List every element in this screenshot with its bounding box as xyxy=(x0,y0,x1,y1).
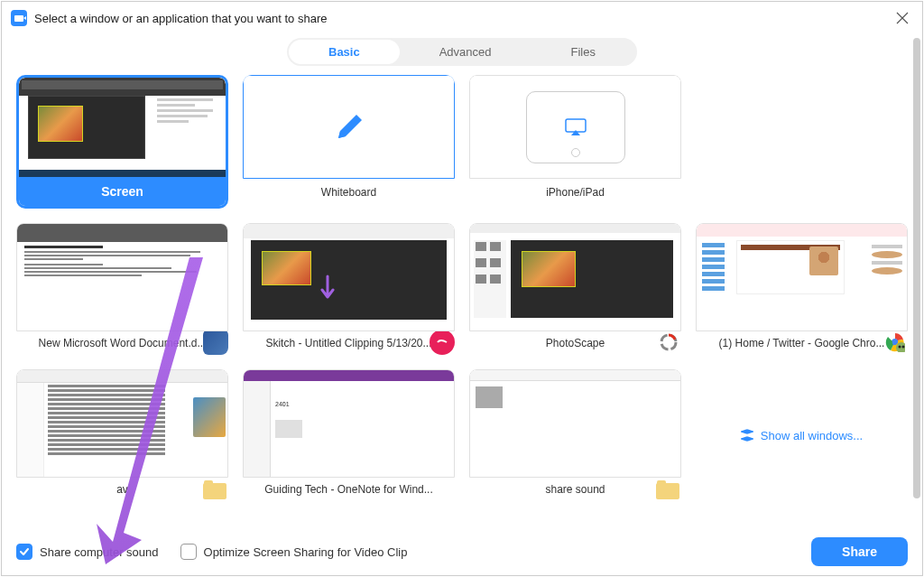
thumb-skitch xyxy=(243,223,455,331)
close-icon xyxy=(896,12,909,24)
thumb-explorer xyxy=(16,369,228,478)
chrome-app-icon xyxy=(882,331,908,355)
skitch-app-icon xyxy=(430,331,455,355)
share-sound-option[interactable]: Share computer sound xyxy=(16,544,159,560)
share-sound-checkbox[interactable] xyxy=(16,544,32,560)
share-option-word[interactable]: New Microsoft Word Document.d... xyxy=(16,223,228,355)
card-label: (1) Home / Twitter - Google Chro... xyxy=(696,331,908,355)
card-label: Screen xyxy=(19,177,226,206)
thumb-sharesound xyxy=(469,369,681,478)
word-app-icon xyxy=(203,331,228,355)
share-option-photoscape[interactable]: PhotoScape xyxy=(469,223,681,355)
share-option-whiteboard[interactable]: Whiteboard xyxy=(243,75,455,209)
card-label: share sound xyxy=(469,478,681,501)
optimize-video-option[interactable]: Optimize Screen Sharing for Video Clip xyxy=(180,544,408,560)
tab-basic[interactable]: Basic xyxy=(289,40,400,64)
tabs-row: Basic Advanced Files xyxy=(2,34,922,75)
card-label: av xyxy=(16,478,228,501)
expand-icon xyxy=(741,429,753,442)
thumb-screen xyxy=(19,78,226,177)
card-label: New Microsoft Word Document.d... xyxy=(16,331,228,355)
share-option-explorer[interactable]: av xyxy=(16,369,228,501)
share-option-skitch[interactable]: Skitch - Untitled Clipping 5/13/20... xyxy=(243,223,455,355)
card-label: iPhone/iPad xyxy=(469,179,681,206)
dialog-title: Select a window or an application that y… xyxy=(34,12,892,25)
thumb-word xyxy=(16,223,228,331)
card-label: Skitch - Untitled Clipping 5/13/20... xyxy=(243,331,455,355)
card-label: Whiteboard xyxy=(243,179,455,206)
tab-advanced[interactable]: Advanced xyxy=(400,40,531,64)
card-label: Guiding Tech - OneNote for Wind... xyxy=(243,478,455,501)
folder-icon xyxy=(203,483,226,501)
thumb-onenote: 2401 xyxy=(243,369,455,478)
scrollbar[interactable] xyxy=(913,38,920,535)
svg-point-5 xyxy=(899,346,901,349)
thumb-whiteboard xyxy=(243,75,455,179)
share-button[interactable]: Share xyxy=(811,537,908,566)
check-icon xyxy=(19,546,30,557)
share-option-sharesound-folder[interactable]: share sound xyxy=(469,369,681,501)
svg-rect-0 xyxy=(566,119,586,132)
close-button[interactable] xyxy=(892,7,913,29)
thumb-photoscape xyxy=(469,223,681,331)
optimize-video-label: Optimize Screen Sharing for Video Clip xyxy=(204,545,408,559)
scrollbar-thumb[interactable] xyxy=(913,38,920,498)
footer: Share computer sound Optimize Screen Sha… xyxy=(2,528,922,575)
svg-point-6 xyxy=(902,346,905,349)
airplay-icon xyxy=(564,117,587,137)
tab-files[interactable]: Files xyxy=(531,40,635,64)
share-option-screen[interactable]: Screen xyxy=(16,75,228,209)
share-grid-container: Screen Whiteboard xyxy=(2,75,922,528)
tabs: Basic Advanced Files xyxy=(287,38,637,66)
thumb-twitter xyxy=(696,223,908,331)
share-grid: Screen Whiteboard xyxy=(16,75,908,501)
card-label: PhotoScape xyxy=(469,331,681,355)
show-all-windows[interactable]: Show all windows... xyxy=(696,369,908,501)
show-all-label: Show all windows... xyxy=(761,429,863,442)
share-option-iphone-ipad[interactable]: iPhone/iPad xyxy=(469,75,681,209)
optimize-video-checkbox[interactable] xyxy=(180,544,197,560)
share-screen-dialog: Select a window or an application that y… xyxy=(1,1,923,576)
share-sound-label: Share computer sound xyxy=(40,545,159,559)
titlebar: Select a window or an application that y… xyxy=(2,2,922,34)
share-option-chrome-twitter[interactable]: (1) Home / Twitter - Google Chro... xyxy=(696,223,908,355)
photoscape-app-icon xyxy=(656,331,681,355)
pencil-icon xyxy=(333,111,365,144)
folder-icon xyxy=(656,483,679,501)
zoom-app-icon xyxy=(11,10,27,26)
share-option-onenote[interactable]: 2401 Guiding Tech - OneNote for Wind... xyxy=(243,369,455,501)
thumb-iphone xyxy=(469,75,681,179)
